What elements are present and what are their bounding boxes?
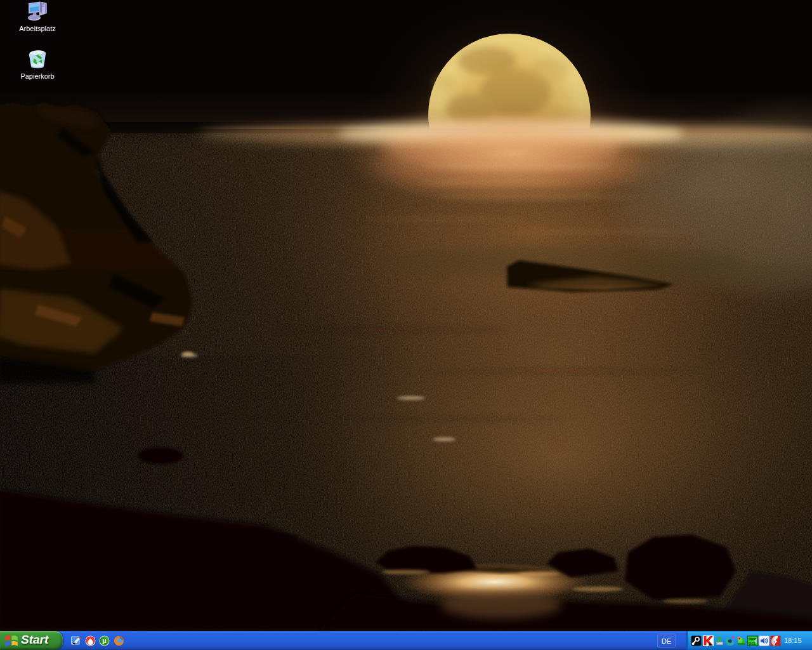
svg-text:DSL: DSL [749,642,756,646]
svg-text:µ: µ [102,637,106,644]
